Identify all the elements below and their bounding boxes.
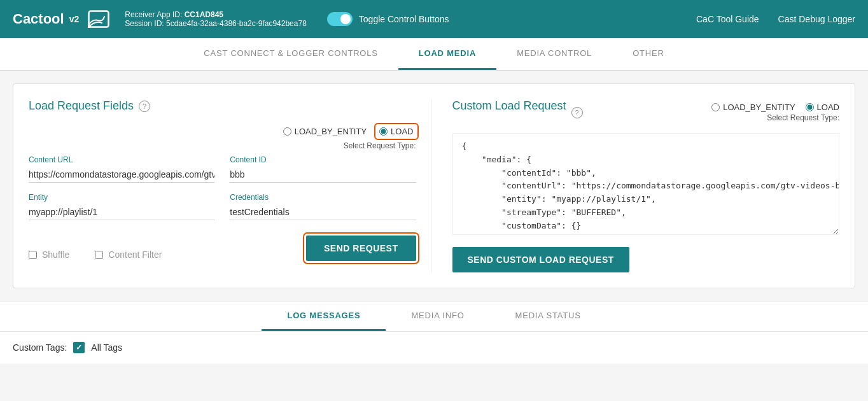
load-media-card: Load Request Fields ? LOAD_BY_ENTITY LOA… xyxy=(13,83,855,288)
content-url-input[interactable] xyxy=(29,167,214,183)
right-load-option[interactable]: LOAD xyxy=(806,102,839,112)
cast-debug-logger-link[interactable]: Cast Debug Logger xyxy=(778,14,855,24)
custom-load-title: Custom Load Request xyxy=(452,99,566,113)
custom-tags-label: Custom Tags: xyxy=(13,342,67,353)
entity-label: Entity xyxy=(29,193,214,202)
cac-tool-guide-link[interactable]: CaC Tool Guide xyxy=(696,14,759,24)
load-by-entity-radio-option[interactable]: LOAD_BY_ENTITY xyxy=(283,127,367,136)
all-tags-label: All Tags xyxy=(91,342,122,353)
receiver-app-line: Receiver App ID: CC1AD845 xyxy=(125,10,307,19)
toggle-section: Toggle Control Buttons xyxy=(327,12,449,26)
tab-media-info[interactable]: MEDIA INFO xyxy=(386,302,489,331)
left-request-type-label: Select Request Type: xyxy=(344,141,416,150)
tab-load-media[interactable]: LOAD MEDIA xyxy=(398,38,496,70)
right-panel-title-row: Custom Load Request ? xyxy=(452,99,583,125)
tab-media-status[interactable]: MEDIA STATUS xyxy=(490,302,606,331)
load-radio-option[interactable]: LOAD xyxy=(377,125,416,137)
main-content: Load Request Fields ? LOAD_BY_ENTITY LOA… xyxy=(0,71,868,301)
send-request-button[interactable]: SEND REQUEST xyxy=(306,236,416,261)
content-id-field-group: Content ID xyxy=(230,155,416,183)
content-filter-label: Content Filter xyxy=(108,250,162,260)
content-id-label: Content ID xyxy=(230,155,416,164)
left-request-type-container: LOAD_BY_ENTITY LOAD Select Request Type: xyxy=(29,125,416,150)
load-radio[interactable] xyxy=(379,127,388,136)
send-custom-load-request-button[interactable]: SEND CUSTOM LOAD REQUEST xyxy=(452,247,629,272)
tab-other[interactable]: OTHER xyxy=(612,38,685,70)
session-info: Receiver App ID: CC1AD845 Session ID: 5c… xyxy=(125,10,307,28)
load-label: LOAD xyxy=(391,127,413,136)
content-url-field-group: Content URL xyxy=(29,155,214,183)
cast-icon xyxy=(88,10,109,28)
tab-cast-connect[interactable]: CAST CONNECT & LOGGER CONTROLS xyxy=(183,38,398,70)
logo-text: Cactool xyxy=(13,11,64,27)
content-filter-checkbox-option[interactable]: Content Filter xyxy=(95,250,162,260)
app-header: Cactool v2 Receiver App ID: CC1AD845 Ses… xyxy=(0,0,868,38)
right-load-by-entity-option[interactable]: LOAD_BY_ENTITY xyxy=(711,102,795,112)
tab-media-control[interactable]: MEDIA CONTROL xyxy=(496,38,612,70)
custom-load-request-panel: Custom Load Request ? LOAD_BY_ENTITY LOA… xyxy=(432,99,840,272)
custom-load-help-icon[interactable]: ? xyxy=(571,107,583,118)
right-request-type-row: LOAD_BY_ENTITY LOAD xyxy=(711,102,839,112)
custom-tags-row: Custom Tags: All Tags xyxy=(0,332,868,363)
toggle-label: Toggle Control Buttons xyxy=(359,14,449,24)
shuffle-checkbox[interactable] xyxy=(29,251,37,259)
load-request-title: Load Request Fields xyxy=(29,99,134,113)
logo-version: v2 xyxy=(69,14,80,24)
content-id-input[interactable] xyxy=(230,167,416,183)
credentials-label: Credentials xyxy=(230,193,416,202)
load-by-entity-label: LOAD_BY_ENTITY xyxy=(295,127,367,136)
toggle-switch[interactable] xyxy=(327,12,353,26)
right-load-label: LOAD xyxy=(817,102,839,112)
session-id-line: Session ID: 5cdae4fa-32aa-4386-ba2c-9fac… xyxy=(125,19,307,28)
right-request-type-label: Select Request Type: xyxy=(767,113,839,122)
header-links: CaC Tool Guide Cast Debug Logger xyxy=(696,14,855,24)
load-by-entity-radio[interactable] xyxy=(283,127,291,136)
entity-field-group: Entity xyxy=(29,193,214,220)
shuffle-label: Shuffle xyxy=(42,250,69,260)
credentials-field-group: Credentials xyxy=(230,193,416,220)
shuffle-checkbox-option[interactable]: Shuffle xyxy=(29,250,69,260)
all-tags-checkbox[interactable] xyxy=(73,342,85,353)
right-load-by-entity-label: LOAD_BY_ENTITY xyxy=(723,102,795,112)
right-load-radio[interactable] xyxy=(806,103,814,111)
load-request-help-icon[interactable]: ? xyxy=(139,101,150,112)
load-request-panel: Load Request Fields ? LOAD_BY_ENTITY LOA… xyxy=(29,99,432,272)
bottom-section: LOG MESSAGES MEDIA INFO MEDIA STATUS Cus… xyxy=(0,301,868,363)
content-filter-checkbox[interactable] xyxy=(95,251,103,259)
entity-input[interactable] xyxy=(29,204,214,220)
right-request-type-container: LOAD_BY_ENTITY LOAD Select Request Type: xyxy=(711,102,839,122)
main-nav: CAST CONNECT & LOGGER CONTROLS LOAD MEDI… xyxy=(0,38,868,71)
json-editor[interactable]: { "media": { "contentId": "bbb", "conten… xyxy=(452,133,840,235)
app-logo[interactable]: Cactool v2 xyxy=(13,10,109,28)
content-url-label: Content URL xyxy=(29,155,214,164)
checkboxes-row: Shuffle Content Filter xyxy=(29,250,162,260)
bottom-tabs: LOG MESSAGES MEDIA INFO MEDIA STATUS xyxy=(0,302,868,332)
field-grid: Content URL Content ID Entity Credential… xyxy=(29,155,416,220)
right-panel-header: Custom Load Request ? LOAD_BY_ENTITY LOA… xyxy=(452,99,840,125)
panel-title: Load Request Fields ? xyxy=(29,99,416,113)
left-request-type-row: LOAD_BY_ENTITY LOAD xyxy=(283,125,416,137)
bottom-row: Shuffle Content Filter SEND REQUEST xyxy=(29,236,416,261)
tab-log-messages[interactable]: LOG MESSAGES xyxy=(262,302,386,331)
credentials-input[interactable] xyxy=(230,204,416,220)
right-load-by-entity-radio[interactable] xyxy=(711,103,720,111)
